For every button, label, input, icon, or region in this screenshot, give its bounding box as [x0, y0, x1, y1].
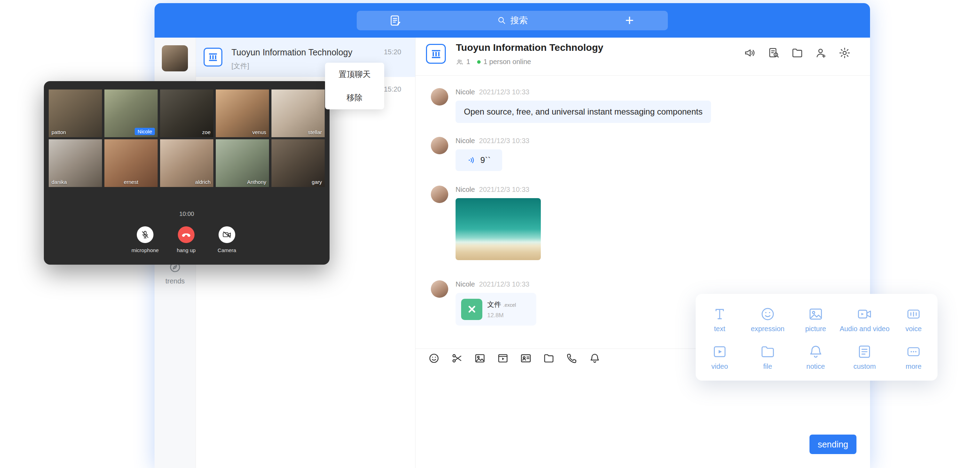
file-folder-icon[interactable] — [543, 352, 555, 364]
participant-tile: Anthony — [216, 139, 269, 187]
members-icon — [456, 58, 463, 66]
feature-video[interactable]: video — [696, 339, 744, 376]
participant-tile: aldrich — [160, 139, 213, 187]
group-icon — [204, 48, 223, 67]
participant-name: Nicole — [135, 128, 155, 135]
picture-icon[interactable] — [474, 352, 486, 364]
excel-file-icon — [461, 299, 482, 320]
trends-label: trends — [165, 277, 185, 285]
conversation-time: 15:20 — [384, 48, 401, 56]
feature-more[interactable]: more — [889, 339, 937, 376]
sender-name: Nicole — [455, 137, 475, 145]
settings-gear-icon[interactable] — [838, 47, 851, 59]
search-icon — [497, 16, 506, 25]
file-name: 文件 — [487, 300, 501, 309]
participant-tile: stellar — [272, 89, 325, 137]
hangup-icon[interactable] — [178, 226, 194, 243]
feature-text[interactable]: text — [696, 301, 744, 339]
emoji-icon — [760, 306, 776, 322]
participant-name: venus — [252, 129, 266, 135]
play-video-icon — [712, 344, 728, 360]
online-text: 1 person online — [484, 58, 531, 66]
feature-voice[interactable]: voice — [889, 301, 937, 339]
chat-title: Tuoyun Information Technology — [456, 42, 603, 53]
feature-expression[interactable]: expression — [744, 301, 792, 339]
file-extension: .excel — [503, 302, 516, 308]
conversation-title: Tuoyun Information Technology — [231, 47, 352, 58]
participant-tile: ernest — [104, 139, 158, 187]
announcement-icon[interactable] — [744, 47, 756, 59]
screenshot-scissors-icon[interactable] — [451, 352, 463, 364]
online-dot — [477, 60, 480, 64]
top-bar: 搜索 + — [154, 3, 870, 38]
control-label: microphone — [132, 247, 159, 253]
sender-name: Nicole — [455, 280, 475, 288]
message-bubble: Open source, free, and universal instant… — [455, 101, 711, 123]
plus-button[interactable]: + — [625, 11, 634, 30]
feature-audio-video[interactable]: Audio and video — [840, 301, 889, 339]
notification-bell-icon[interactable] — [589, 352, 601, 364]
message-time: 2021/12/3 10:33 — [479, 137, 530, 145]
video-icon[interactable] — [497, 352, 509, 364]
participant-name: Anthony — [247, 179, 266, 185]
feature-custom[interactable]: custom — [840, 339, 889, 376]
sender-avatar[interactable] — [431, 137, 448, 154]
voice-message-bubble[interactable]: 9`` — [455, 149, 502, 171]
participant-name: aldrich — [195, 179, 210, 185]
sender-avatar[interactable] — [431, 88, 448, 105]
bell-icon — [808, 344, 824, 360]
conversation-time: 15:20 — [384, 85, 401, 93]
message-time: 2021/12/3 10:33 — [479, 88, 530, 96]
feature-picture[interactable]: picture — [792, 301, 840, 339]
voice-icon — [905, 306, 921, 322]
participant-tile: Nicole — [104, 89, 158, 137]
sender-avatar[interactable] — [431, 280, 448, 298]
participant-tile: danika — [49, 139, 102, 187]
avatar[interactable] — [162, 45, 188, 71]
feature-file[interactable]: file — [744, 339, 792, 376]
participant-name: gary — [312, 179, 322, 185]
video-call-window: patton Nicole zoe venus stellar danika e… — [44, 81, 329, 265]
search-placeholder: 搜索 — [511, 14, 528, 26]
camera-control[interactable]: Camera — [202, 226, 251, 253]
menu-item-pin-chat[interactable]: 置顶聊天 — [325, 63, 384, 86]
control-label: Camera — [218, 247, 236, 253]
call-phone-icon[interactable] — [566, 352, 578, 364]
feature-panel: text expression picture Audio and video … — [696, 294, 937, 380]
image-attachment[interactable] — [455, 198, 541, 260]
message-time: 2021/12/3 10:33 — [479, 185, 530, 193]
message-time: 2021/12/3 10:33 — [479, 280, 530, 288]
chat-panel: Tuoyun Information Technology 1 1 person… — [415, 38, 870, 468]
participant-grid: patton Nicole zoe venus stellar danika e… — [49, 89, 325, 187]
participant-name: patton — [51, 129, 66, 135]
menu-item-remove[interactable]: 移除 — [325, 86, 384, 109]
mic-off-icon[interactable] — [137, 226, 153, 243]
participant-name: danika — [51, 179, 67, 185]
participant-name: stellar — [308, 129, 322, 135]
participant-tile: gary — [272, 139, 325, 187]
participant-tile: venus — [216, 89, 269, 137]
chat-actions — [744, 47, 851, 59]
folder-icon — [760, 344, 776, 360]
files-icon[interactable] — [791, 47, 803, 59]
feature-notice[interactable]: notice — [792, 339, 840, 376]
search-bar[interactable]: 搜索 + — [357, 11, 668, 30]
voice-duration: 9`` — [480, 155, 490, 165]
send-button[interactable]: sending — [810, 434, 856, 454]
sender-avatar[interactable] — [431, 185, 448, 203]
note-icon[interactable] — [389, 14, 402, 27]
camera-off-icon[interactable] — [218, 226, 235, 243]
participant-name: ernest — [124, 179, 138, 185]
file-attachment[interactable]: 文件 .excel 12.8M — [455, 293, 536, 326]
contact-card-icon[interactable] — [520, 352, 532, 364]
camera-icon — [856, 306, 872, 322]
search-input[interactable]: 搜索 — [497, 14, 528, 26]
participant-name: zoe — [202, 129, 210, 135]
file-size: 12.8M — [487, 312, 516, 319]
sender-name: Nicole — [455, 88, 475, 96]
chat-history-search-icon[interactable] — [767, 47, 780, 59]
emoji-icon[interactable] — [428, 352, 440, 364]
members-add-icon[interactable] — [815, 47, 827, 59]
chat-header: Tuoyun Information Technology 1 1 person… — [415, 38, 870, 75]
screen: 搜索 + trends — [0, 0, 980, 468]
